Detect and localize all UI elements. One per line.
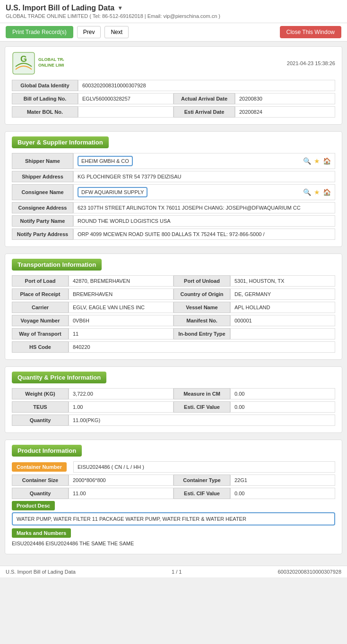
shipper-star-icon[interactable]: ★ xyxy=(314,157,320,165)
actual-arrival-label: Actual Arrival Date xyxy=(174,93,235,104)
print-button[interactable]: Print Trade Record(s) xyxy=(6,26,73,38)
product-quantity-value: 11.00 xyxy=(69,488,174,499)
carrier-row: Carrier EGLV, EAGLE VAN LINES INC Vessel… xyxy=(12,302,335,313)
port-unload-value: 5301, HOUSTON, TX xyxy=(230,275,335,287)
quantity-row: Quantity 11.00(PKG) xyxy=(12,415,335,426)
product-esti-cif-label: Esti. CIF Value xyxy=(174,488,230,499)
product-desc-value: WATER PUMP, WATER FILTER 11 PACKAGE WATE… xyxy=(12,512,335,525)
manifest-no-value: 000001 xyxy=(230,315,335,326)
notify-party-address-label: Notify Party Address xyxy=(12,229,73,240)
weight-value: 3,722.00 xyxy=(69,388,174,399)
carrier-label: Carrier xyxy=(12,302,69,313)
container-number-label: Container Number xyxy=(12,462,67,472)
place-receipt-value: BREMERHAVEN xyxy=(69,288,174,300)
shipper-name-box: EHEIM GMBH & CO xyxy=(78,156,133,166)
esti-arrival-col: Esti Arrival Date 20200824 xyxy=(174,106,335,118)
shipper-name-row: Shipper Name EHEIM GMBH & CO 🔍 ★ 🏠 xyxy=(12,153,335,169)
global-data-value: 6003202008310000307928 xyxy=(78,80,335,91)
timestamp: 2021-04-23 15:38:26 xyxy=(287,60,335,66)
container-type-label: Container Type xyxy=(174,475,230,486)
port-unload-label: Port of Unload xyxy=(174,275,230,287)
way-transport-value: 11 xyxy=(69,328,174,339)
product-desc-section: Product Desc WATER PUMP, WATER FILTER 11… xyxy=(12,501,335,525)
port-load-row: Port of Load 42870, BREMERHAVEN Port of … xyxy=(12,275,335,287)
actual-arrival-value: 20200830 xyxy=(235,93,335,104)
main-info-card: G GLOBAL TRADE ONLINE LIMITED 2021-04-23… xyxy=(5,46,342,125)
product-info-card: Product Information Container Number EIS… xyxy=(5,440,342,554)
port-load-label: Port of Load xyxy=(12,275,69,287)
company-logo: G GLOBAL TRADE ONLINE LIMITED xyxy=(12,51,64,75)
marks-numbers-label: Marks and Numbers xyxy=(12,528,71,538)
product-desc-label: Product Desc xyxy=(12,501,55,510)
transportation-card: Transportation Information Port of Load … xyxy=(5,254,342,360)
teus-row: TEUS 1.00 Esti. CIF Value 0.00 xyxy=(12,401,335,413)
product-quantity-row: Quantity 11.00 Esti. CIF Value 0.00 xyxy=(12,488,335,499)
marks-numbers-section: Marks and Numbers EISU2024486 EISU202448… xyxy=(12,528,335,549)
esti-arrival-value: 20200824 xyxy=(235,106,335,118)
prev-button[interactable]: Prev xyxy=(77,26,101,38)
carrier-value: EGLV, EAGLE VAN LINES INC xyxy=(69,302,174,313)
hs-code-row: HS Code 840220 xyxy=(12,341,335,353)
mater-bol-value xyxy=(78,106,174,118)
quantity-price-card: Quantity & Price Information Weight (KG)… xyxy=(5,366,342,433)
container-number-value: EISU2024486 ( CN / L / HH ) xyxy=(73,461,335,473)
notify-party-name-row: Notify Party Name ROUND THE WORLD LOGIST… xyxy=(12,215,335,227)
bol-no-label: Bill of Lading No. xyxy=(12,93,78,104)
svg-text:GLOBAL TRADE: GLOBAL TRADE xyxy=(38,57,64,62)
place-receipt-label: Place of Receipt xyxy=(12,288,69,300)
hs-code-value: 840220 xyxy=(69,341,335,353)
page-title: U.S. Import Bill of Lading Data ▼ xyxy=(6,4,123,12)
way-transport-row: Way of Transport 11 In-bond Entry Type xyxy=(12,328,335,339)
inbond-entry-label: In-bond Entry Type xyxy=(174,328,230,339)
global-data-label: Global Data Identity xyxy=(12,80,78,91)
shipper-address-label: Shipper Address xyxy=(12,171,73,182)
buyer-supplier-card: Buyer & Supplier Information Shipper Nam… xyxy=(5,131,342,247)
measure-cm-value: 0.00 xyxy=(230,388,335,399)
next-button[interactable]: Next xyxy=(104,26,129,38)
country-origin-label: Country of Origin xyxy=(174,288,230,300)
container-size-value: 2000*806*800 xyxy=(69,475,174,486)
port-load-value: 42870, BREMERHAVEN xyxy=(69,275,174,287)
mater-bol-row: Mater BOL No. Esti Arrival Date 20200824 xyxy=(12,106,335,118)
voyage-number-value: 0VB6H xyxy=(69,315,174,326)
page-subtitle: GLOBAL TRADE ONLINE LIMITED ( Tel: 86-51… xyxy=(6,13,341,19)
esti-arrival-label: Esti Arrival Date xyxy=(174,106,235,118)
bol-row: Bill of Lading No. EGLV560000328257 Actu… xyxy=(12,93,335,104)
dropdown-arrow-icon[interactable]: ▼ xyxy=(117,5,123,11)
notify-party-name-value: ROUND THE WORLD LOGISTICS USA xyxy=(73,215,335,227)
inbond-entry-value xyxy=(230,328,335,339)
mater-bol-col: Mater BOL No. xyxy=(12,106,174,118)
footer-bar: U.S. Import Bill of Lading Data 1 / 1 60… xyxy=(0,566,347,577)
voyage-row: Voyage Number 0VB6H Manifest No. 000001 xyxy=(12,315,335,326)
notify-party-address-row: Notify Party Address ORP 4099 MCEWEN ROA… xyxy=(12,229,335,240)
container-size-label: Container Size xyxy=(12,475,69,486)
shipper-home-icon[interactable]: 🏠 xyxy=(323,157,331,165)
bol-col: Bill of Lading No. EGLV560000328257 xyxy=(12,93,174,104)
consignee-address-value: 623 107TH STREET ARLINGTON TX 76011 JOSE… xyxy=(73,202,335,213)
logo-area: G GLOBAL TRADE ONLINE LIMITED xyxy=(12,51,64,75)
esti-cif-label: Esti. CIF Value xyxy=(174,401,230,413)
container-size-row: Container Size 2000*806*800 Container Ty… xyxy=(12,475,335,486)
esti-cif-value: 0.00 xyxy=(230,401,335,413)
product-esti-cif-value: 0.00 xyxy=(230,488,335,499)
consignee-name-box: DFW AQUARIUM SUPPLY xyxy=(78,187,147,197)
consignee-search-icon[interactable]: 🔍 xyxy=(303,188,311,196)
actual-arrival-col: Actual Arrival Date 20200830 xyxy=(174,93,335,104)
transportation-header: Transportation Information xyxy=(12,259,102,271)
teus-label: TEUS xyxy=(12,401,69,413)
consignee-star-icon[interactable]: ★ xyxy=(314,188,320,196)
consignee-name-label: Consignee Name xyxy=(12,184,73,200)
marks-numbers-value: EISU2024486 EISU2024486 THE SAME THE SAM… xyxy=(12,538,335,549)
consignee-address-row: Consignee Address 623 107TH STREET ARLIN… xyxy=(12,202,335,213)
notify-party-address-value: ORP 4099 MCEWEN ROAD SUITE 800 DALLAS TX… xyxy=(73,229,335,240)
shipper-search-icon[interactable]: 🔍 xyxy=(303,157,311,165)
close-button[interactable]: Close This Window xyxy=(280,26,341,38)
way-transport-label: Way of Transport xyxy=(12,328,69,339)
weight-label: Weight (KG) xyxy=(12,388,69,399)
measure-cm-label: Measure in CM xyxy=(174,388,230,399)
buyer-supplier-header: Buyer & Supplier Information xyxy=(12,136,109,148)
product-quantity-label: Quantity xyxy=(12,488,69,499)
hs-code-label: HS Code xyxy=(12,341,69,353)
consignee-home-icon[interactable]: 🏠 xyxy=(323,188,331,196)
receipt-row: Place of Receipt BREMERHAVEN Country of … xyxy=(12,288,335,300)
